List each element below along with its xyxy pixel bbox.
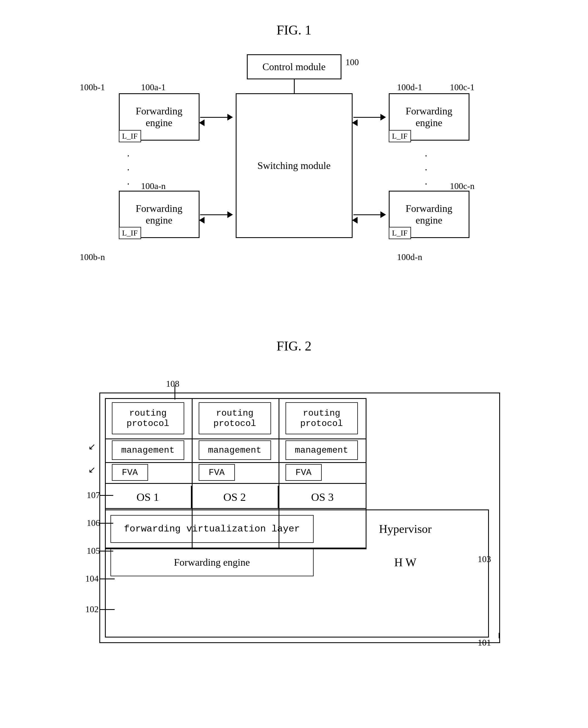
line-sw-to-right-bot [353,214,383,215]
fe-bot-left-label: Forwarding engine [136,203,183,226]
lif-bot-left: L_IF [119,227,141,239]
fig2-title: FIG. 2 [34,338,554,354]
lif-top-left: L_IF [119,130,141,142]
label-108: 108 [166,379,180,389]
label-102: 102 [85,604,99,615]
lif-bot-right: L_IF [389,227,411,239]
arrowhead-left-2 [199,217,205,224]
label-100d1: 100d-1 [397,82,422,92]
label-106: 106 [87,518,100,528]
os2-cell: OS 2 [192,486,278,508]
control-module-label: Control module [262,61,326,72]
os3-cell: OS 3 [278,486,366,508]
fva-2: FVA [199,464,235,481]
label-100an: 100a-n [141,181,166,191]
label-107-arrow: ↙ [88,441,96,452]
label-100bn: 100b-n [80,252,105,262]
line-108 [174,386,175,399]
control-module-box: Control module [247,54,341,79]
arrowhead-left-3 [352,120,358,126]
horiz-div-2 [105,462,366,463]
fig2-container: 108 101 103 102 104 105 106 107 [71,370,517,654]
routing-protocol-1: routing protocol [112,402,184,434]
fig1-container: Control module 100 110 Switching module … [44,54,545,305]
label-104: 104 [85,574,99,584]
label-100a1: 100a-1 [141,82,166,92]
arrowhead-left-1 [199,120,205,126]
arrowhead-right-4 [380,211,386,218]
label-106-arrow: ↙ [88,464,96,475]
label-101: 101 [478,638,491,648]
horiz-div-3 [105,483,366,484]
arrowhead-right-2 [227,211,233,218]
label-100dn: 100d-n [397,252,422,262]
fig1-title: FIG. 1 [34,22,554,38]
line-sw-to-right-top [353,117,383,118]
label-105: 105 [87,546,100,556]
management-1: management [112,440,184,460]
fe-bot-right-label: Forwarding engine [406,203,453,226]
label-100: 100 [345,57,359,67]
fwd-virt-layer-box: forwarding virtualization layer [110,515,314,543]
fwd-engine-box: Forwarding engine [110,548,314,576]
line-101 [499,633,500,638]
switching-module-label: Switching module [257,160,331,171]
line-left-bot-to-sw [200,214,229,215]
hypervisor-label: Hypervisor [336,515,475,543]
switching-module-box: Switching module [236,93,353,238]
fe-top-right-label: Forwarding engine [406,105,453,129]
label-100cn: 100c-n [450,181,475,191]
line-left-top-to-sw [200,117,229,118]
hw-label: H W [336,548,475,576]
page: FIG. 1 Control module 100 110 Switching … [0,0,588,728]
dots-right: ··· [425,149,427,191]
management-3: management [286,440,358,460]
arrowhead-left-4 [352,217,358,224]
fva-3: FVA [286,464,322,481]
label-107: 107 [87,490,100,500]
fva-1: FVA [112,464,148,481]
management-2: management [199,440,271,460]
dots-left: ··· [127,149,130,191]
os1-cell: OS 1 [105,486,192,508]
arrowhead-right-1 [227,114,233,121]
fe-top-left-label: Forwarding engine [136,105,183,129]
label-100b1: 100b-1 [80,82,105,92]
routing-protocol-2: routing protocol [199,402,271,434]
label-100c1: 100c-1 [450,82,475,92]
routing-protocol-3: routing protocol [286,402,358,434]
lif-top-right: L_IF [389,130,411,142]
horiz-div-os [105,508,366,509]
arrowhead-right-3 [380,114,386,121]
horiz-div-1 [105,438,366,439]
